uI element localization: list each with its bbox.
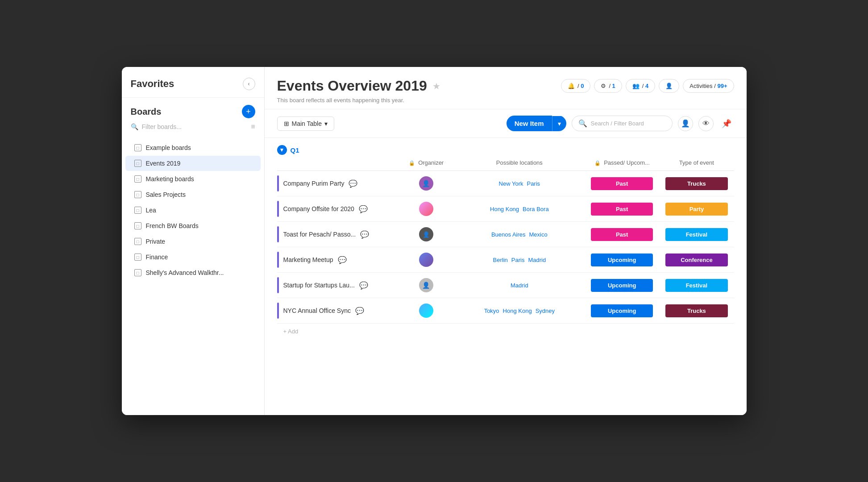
status-badge[interactable]: Upcoming	[591, 279, 653, 292]
table-section: ▼ Q1 🔒 Organizer Possible locations	[265, 138, 747, 339]
item-cell: Startup for Startups Lau... 💬	[277, 273, 399, 298]
comment-icon[interactable]: 💬	[338, 256, 347, 264]
folder-icon: □	[134, 144, 141, 151]
location-tag[interactable]: Hong Kong	[490, 206, 519, 212]
sidebar-item-finance[interactable]: □ Finance	[125, 249, 261, 265]
search-filter-input[interactable]	[591, 120, 666, 127]
updates-count: / 0	[577, 83, 584, 89]
sidebar-collapse-button[interactable]: ‹	[243, 78, 255, 90]
star-icon[interactable]: ★	[432, 81, 440, 91]
location-tag[interactable]: Tokyo	[484, 307, 499, 314]
type-cell: Trucks	[659, 298, 734, 324]
locations-cell: New YorkParis	[454, 171, 585, 196]
location-tag[interactable]: Paris	[511, 257, 525, 263]
status-badge[interactable]: Upcoming	[591, 304, 653, 317]
location-tag[interactable]: Bora Bora	[523, 206, 549, 212]
new-item-dropdown-button[interactable]: ▾	[552, 116, 566, 131]
status-cell: Past	[585, 222, 659, 247]
new-item-button-group: New Item ▾	[507, 116, 566, 131]
item-cell: Marketing Meetup 💬	[277, 247, 399, 273]
add-board-button[interactable]: +	[242, 105, 255, 118]
boards-label: Boards	[131, 107, 162, 117]
filter-lines-icon[interactable]: ≡	[251, 123, 255, 131]
location-tag[interactable]: New York	[499, 180, 523, 187]
sidebar-item-french-bw-boards[interactable]: □ French BW Boards	[125, 218, 261, 233]
members-button[interactable]: 👥 / 4	[626, 79, 655, 93]
item-name: Marketing Meetup	[283, 256, 333, 263]
type-badge[interactable]: Trucks	[665, 304, 727, 317]
status-badge[interactable]: Upcoming	[591, 253, 653, 266]
table-view-button[interactable]: ⊞ Main Table ▾	[277, 116, 334, 131]
section-header: ▼ Q1	[277, 145, 734, 155]
type-cell: Conference	[659, 247, 734, 273]
location-tag[interactable]: Madrid	[528, 257, 546, 263]
table-row: Company Purim Party 💬 👤 New YorkParis Pa…	[277, 171, 734, 196]
activities-button[interactable]: Activities / 99+	[683, 79, 734, 93]
main-header: Events Overview 2019 ★ 🔔 / 0 ⚙ / 1 👥 / 4	[265, 67, 747, 109]
sidebar-item-example-boards[interactable]: □ Example boards	[125, 140, 261, 155]
section-toggle-button[interactable]: ▼	[277, 145, 287, 155]
location-tag[interactable]: Madrid	[511, 282, 528, 289]
section-name: Q1	[291, 146, 299, 154]
location-tag[interactable]: Mexico	[529, 231, 548, 238]
eye-button[interactable]: 👁	[698, 116, 714, 131]
pin-button[interactable]: 📌	[719, 116, 734, 131]
status-badge[interactable]: Past	[591, 228, 653, 241]
integrate-count: / 1	[609, 83, 615, 89]
location-tag[interactable]: Buenos Aires	[491, 231, 526, 238]
table-row: Company Offsite for 2020 💬 Hong KongBora…	[277, 196, 734, 222]
filter-boards-input[interactable]	[142, 123, 248, 130]
sidebar-item-private[interactable]: □ Private	[125, 234, 261, 249]
item-name: Company Offsite for 2020	[283, 205, 354, 212]
location-tag[interactable]: Sydney	[536, 307, 555, 314]
type-badge[interactable]: Conference	[665, 253, 727, 266]
location-tag[interactable]: Berlin	[493, 257, 508, 263]
type-badge[interactable]: Festival	[665, 279, 727, 292]
type-badge[interactable]: Festival	[665, 228, 727, 241]
sidebar-item-sales-projects[interactable]: □ Sales Projects	[125, 187, 261, 202]
board-title-row: Events Overview 2019 ★	[277, 78, 440, 94]
comment-icon[interactable]: 💬	[355, 307, 364, 315]
type-badge[interactable]: Party	[665, 203, 727, 216]
sidebar-item-shelly[interactable]: □ Shelly's Advanced Walkthr...	[125, 265, 261, 280]
col-header-status: 🔒 Passed/ Upcom...	[585, 155, 659, 171]
table-row: Marketing Meetup 💬 BerlinParisMadrid Upc…	[277, 247, 734, 273]
sidebar-item-label: Lea	[146, 207, 156, 214]
updates-button[interactable]: 🔔 / 0	[561, 79, 590, 93]
type-cell: Trucks	[659, 171, 734, 196]
bell-icon: 🔔	[568, 83, 575, 89]
location-tag[interactable]: Paris	[527, 180, 540, 187]
new-item-button[interactable]: New Item	[507, 116, 552, 131]
organizer-cell: 👤	[398, 222, 454, 247]
item-cell: Toast for Pesach/ Passo... 💬	[277, 222, 399, 247]
comment-icon[interactable]: 💬	[359, 281, 368, 290]
comment-icon[interactable]: 💬	[359, 205, 368, 213]
integrate-button[interactable]: ⚙ / 1	[594, 79, 622, 93]
comment-icon[interactable]: 💬	[360, 230, 369, 239]
invite-button[interactable]: 👤	[659, 79, 679, 93]
type-badge[interactable]: Trucks	[665, 177, 727, 190]
location-tag[interactable]: Hong Kong	[503, 307, 532, 314]
status-badge[interactable]: Past	[591, 203, 653, 216]
sidebar-item-marketing-boards[interactable]: □ Marketing boards	[125, 171, 261, 187]
sidebar-item-lea[interactable]: □ Lea	[125, 203, 261, 218]
col-header-item	[277, 155, 399, 171]
item-cell: NYC Annual Office Sync 💬	[277, 298, 399, 324]
status-badge[interactable]: Past	[591, 177, 653, 190]
table-row: Toast for Pesach/ Passo... 💬 👤 Buenos Ai…	[277, 222, 734, 247]
type-cell: Festival	[659, 273, 734, 298]
board-description: This board reflects all events happening…	[277, 97, 734, 104]
user-profile-button[interactable]: 👤	[678, 116, 693, 131]
comment-icon[interactable]: 💬	[349, 179, 357, 188]
type-cell: Party	[659, 196, 734, 222]
organizer-cell	[398, 298, 454, 324]
row-color-indicator	[277, 303, 279, 319]
status-cell: Upcoming	[585, 298, 659, 324]
sidebar-item-label: Events 2019	[146, 160, 181, 167]
item-cell: Company Offsite for 2020 💬	[277, 196, 399, 222]
item-cell: Company Purim Party 💬	[277, 171, 399, 196]
organizer-cell	[398, 196, 454, 222]
add-row-button[interactable]: + Add	[277, 324, 734, 339]
lock-icon: 🔒	[409, 160, 415, 166]
sidebar-item-events-2019[interactable]: □ Events 2019	[125, 156, 261, 171]
